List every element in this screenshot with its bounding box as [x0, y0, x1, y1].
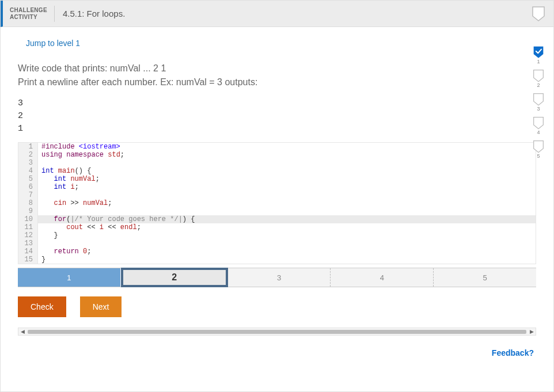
code-text[interactable]: int numVal;: [38, 175, 536, 183]
code-text[interactable]: [38, 239, 536, 248]
label-line2: ACTIVITY: [10, 14, 47, 21]
code-line[interactable]: 8 cin >> numVal;: [18, 199, 536, 207]
activity-title: 4.5.1: For loops.: [55, 9, 532, 18]
label-line1: CHALLENGE: [10, 7, 47, 14]
code-text[interactable]: [38, 207, 536, 215]
line-number: 15: [18, 256, 38, 264]
code-text[interactable]: return 0;: [38, 248, 536, 256]
code-line[interactable]: 5 int numVal;: [18, 175, 536, 183]
progress-badges: 12345: [533, 45, 544, 162]
code-text[interactable]: #include <iostream>: [38, 143, 536, 151]
badge-number: 3: [537, 106, 540, 112]
badge-number: 2: [537, 82, 540, 88]
code-line[interactable]: 11 cout << i << endl;: [18, 223, 536, 231]
level-tab-4[interactable]: 4: [331, 268, 434, 287]
activity-header: CHALLENGE ACTIVITY 4.5.1: For loops.: [1, 1, 553, 27]
progress-badge-1[interactable]: 1: [533, 45, 544, 64]
prompt-line2: Print a newline after each number. Ex: n…: [18, 75, 536, 89]
line-number: 2: [18, 151, 38, 159]
line-number: 1: [18, 143, 38, 151]
level-tab-5[interactable]: 5: [434, 268, 536, 287]
shield-icon: [533, 93, 544, 105]
scroll-thumb[interactable]: [28, 330, 526, 334]
prompt-line1: Write code that prints: numVal ... 2 1: [18, 62, 536, 75]
progress-badge-4[interactable]: 4: [533, 116, 544, 135]
code-text[interactable]: cout << i << endl;: [38, 223, 536, 231]
check-button[interactable]: Check: [18, 296, 66, 317]
progress-badge-5[interactable]: 5: [533, 140, 544, 159]
level-tab-1[interactable]: 1: [18, 268, 121, 287]
feedback-link[interactable]: Feedback?: [18, 348, 536, 357]
line-number: 13: [18, 239, 38, 248]
code-text[interactable]: cin >> numVal;: [38, 199, 536, 207]
shield-icon: [533, 69, 544, 82]
line-number: 5: [18, 175, 38, 183]
code-text[interactable]: for(|/* Your code goes here */|) {: [38, 215, 536, 223]
line-number: 10: [18, 215, 38, 223]
code-text[interactable]: }: [38, 231, 536, 239]
code-line[interactable]: 15}: [18, 256, 536, 264]
code-line[interactable]: 2using namespace std;: [18, 151, 536, 159]
code-line[interactable]: 12 }: [18, 231, 536, 239]
badge-number: 5: [537, 153, 540, 159]
badge-number: 1: [537, 59, 540, 64]
code-editor[interactable]: 1#include <iostream>2using namespace std…: [18, 142, 536, 264]
activity-type-label: CHALLENGE ACTIVITY: [3, 6, 55, 22]
next-button[interactable]: Next: [80, 296, 122, 317]
line-number: 6: [18, 183, 38, 191]
level-tab-3[interactable]: 3: [228, 268, 331, 287]
code-text[interactable]: int i;: [38, 183, 536, 191]
code-line[interactable]: 14 return 0;: [18, 248, 536, 256]
code-text[interactable]: }: [38, 256, 536, 264]
line-number: 11: [18, 223, 38, 231]
line-number: 3: [18, 159, 38, 167]
shield-icon: [532, 6, 545, 22]
example-output: 3 2 1: [18, 97, 536, 135]
line-number: 9: [18, 207, 38, 215]
progress-badge-2[interactable]: 2: [533, 69, 544, 88]
code-text[interactable]: [38, 159, 536, 167]
prompt-text: Write code that prints: numVal ... 2 1 P…: [18, 62, 536, 89]
shield-icon: [533, 116, 544, 129]
level-tab-2[interactable]: 2: [121, 268, 228, 287]
scroll-left-icon[interactable]: ◀: [18, 328, 26, 335]
code-line[interactable]: 9: [18, 207, 536, 215]
horizontal-scrollbar[interactable]: ◀ ▶: [18, 328, 536, 336]
code-line[interactable]: 6 int i;: [18, 183, 536, 191]
level-tabs: 12345: [18, 268, 536, 287]
code-text[interactable]: [38, 191, 536, 199]
progress-badge-3[interactable]: 3: [533, 93, 544, 112]
line-number: 14: [18, 248, 38, 256]
code-line[interactable]: 10 for(|/* Your code goes here */|) {: [18, 215, 536, 223]
line-number: 8: [18, 199, 38, 207]
line-number: 12: [18, 231, 38, 239]
code-text[interactable]: using namespace std;: [38, 151, 536, 159]
shield-icon: [533, 140, 544, 153]
code-line[interactable]: 13: [18, 239, 536, 248]
code-text[interactable]: int main() {: [38, 167, 536, 175]
code-line[interactable]: 1#include <iostream>: [18, 143, 536, 151]
jump-to-level-link[interactable]: Jump to level 1: [18, 39, 536, 48]
scroll-right-icon[interactable]: ▶: [528, 328, 536, 335]
code-line[interactable]: 3: [18, 159, 536, 167]
code-line[interactable]: 4int main() {: [18, 167, 536, 175]
line-number: 7: [18, 191, 38, 199]
check-shield-icon: [533, 45, 544, 58]
badge-number: 4: [537, 130, 540, 135]
code-line[interactable]: 7: [18, 191, 536, 199]
line-number: 4: [18, 167, 38, 175]
